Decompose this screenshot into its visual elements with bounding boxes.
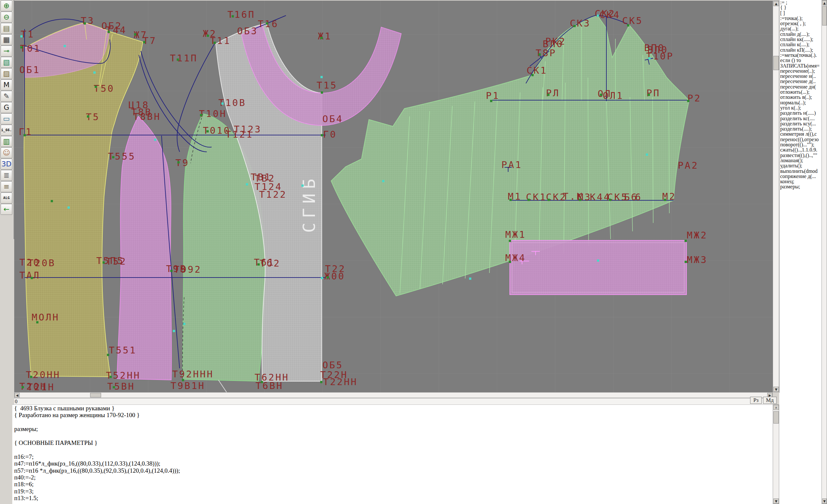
function-list-item[interactable]: размеры; — [780, 184, 822, 189]
panel-vscroll-thumb[interactable] — [822, 6, 827, 26]
canvas-hscrollbar[interactable]: ◀ ▶ — [14, 392, 773, 398]
models-m-button[interactable]: M — [1, 80, 12, 91]
function-list-item[interactable]: отложить в(..); — [780, 95, 822, 100]
code-line[interactable]: п47:=п16*л_фнк(рз_16,((80,0.33),(112,0.3… — [12, 460, 773, 467]
code-line[interactable]: п57:=п16 *л_фнк(рз_16,((80,0.35),(92,0.3… — [12, 467, 773, 474]
code-line[interactable]: { ОСНОВНЫЕ ПАРАМЕТРЫ } — [12, 439, 773, 446]
function-list-item[interactable]: пересечение н(.. — [780, 74, 822, 79]
scroll-up-button[interactable]: ∧ — [773, 405, 779, 410]
grading-g-button[interactable]: G — [1, 102, 12, 113]
grid-button[interactable]: ▦ — [1, 34, 12, 45]
function-list-item[interactable]: отложить(...); — [780, 90, 822, 95]
function-list-item[interactable]: сплайн кк(.....); — [780, 37, 822, 42]
function-list-item[interactable]: :=метка(точка(.). — [780, 53, 822, 58]
function-list-item[interactable]: сплайн кП(....); — [780, 48, 822, 53]
function-list-item[interactable]: пересечение д(.. — [780, 79, 822, 84]
function-list-item[interactable]: если () то — [780, 58, 822, 63]
threed-icon: 3D — [2, 161, 12, 168]
editor-vscrollbar[interactable]: ∧ ▼ — [773, 404, 779, 504]
function-list-item[interactable]: [ ] — [780, 11, 822, 16]
i66-button[interactable]: i_66. — [1, 125, 12, 136]
pattern-label: ОБ4 — [323, 113, 343, 124]
canvas-vscroll-thumb[interactable] — [773, 56, 779, 70]
function-list-item[interactable]: сопряжение д(... — [780, 174, 822, 179]
code-line[interactable]: { 4693 Блузка с пышными рукавами } — [12, 405, 773, 412]
drafting-tools-button[interactable]: ✎ — [1, 91, 12, 102]
portrait-button[interactable]: ☺ — [1, 147, 12, 158]
construction-point — [469, 278, 471, 280]
scroll-up-button[interactable]: ▲ — [822, 0, 827, 5]
md-button[interactable]: Мд — [763, 397, 777, 404]
code-line[interactable]: размеры; — [12, 425, 773, 432]
function-list-item[interactable]: симметрия л((),с — [780, 132, 822, 137]
function-list-item[interactable]: перенос((),отрезо — [780, 137, 822, 142]
zoom-in-button[interactable]: ⊕ — [1, 0, 12, 11]
code-line[interactable]: п19:=3; — [12, 488, 773, 495]
pattern-canvas[interactable]: СГИБ Т1Т01ОБ1Т3ОБ2Т44Ж7Т7Т50Т5Г1Т555Ц18Т… — [14, 1, 773, 392]
function-list-item[interactable]: разделить н(.....) — [780, 110, 822, 116]
ruler-button[interactable]: ▭ — [1, 113, 12, 124]
function-list-item[interactable]: ЗАПИСАТЬ(имя= — [780, 63, 822, 68]
piece-cuff-rect[interactable] — [510, 240, 686, 295]
models-m-icon: M — [4, 82, 10, 89]
scroll-up-button[interactable]: ▲ — [773, 1, 779, 6]
construction-point — [528, 199, 530, 201]
function-list-item[interactable]: отрезок( , ); — [780, 21, 822, 26]
function-list-item[interactable]: { } — [780, 5, 822, 10]
scroll-down-button[interactable]: ▼ — [773, 387, 779, 392]
alg-button[interactable]: ALG — [1, 193, 12, 204]
scroll-down-button[interactable]: ▼ — [773, 499, 779, 504]
code-line[interactable] — [12, 446, 773, 453]
code-line[interactable]: п40:=-2; — [12, 474, 773, 481]
pattern-label: Т122 — [259, 189, 287, 200]
image-page-button[interactable]: ▧ — [1, 57, 12, 68]
page-preview-button[interactable]: ▤ — [1, 23, 12, 34]
code-line[interactable] — [12, 419, 773, 425]
canvas-vscrollbar[interactable]: ▲ ▼ — [773, 1, 779, 392]
function-list-item[interactable]: пересечение(..); — [780, 68, 822, 74]
function-list-item[interactable]: разделить ксу(... — [780, 121, 822, 126]
function-list-item[interactable]: нормаль(..); — [780, 100, 822, 105]
function-list-item[interactable]: разделить кс(.... — [780, 116, 822, 121]
exit-button[interactable]: ← — [1, 204, 12, 215]
construction-point — [687, 100, 689, 102]
function-list-item[interactable]: пересечение дн( — [780, 84, 822, 90]
pattern-label: Т21Н — [27, 382, 55, 392]
canvas-hscroll-thumb[interactable] — [90, 393, 101, 397]
function-list-item[interactable]: выполнить(dmod — [780, 169, 822, 174]
measure-button[interactable]: ⊸ — [1, 46, 12, 56]
scroll-down-button[interactable]: ▼ — [822, 499, 827, 504]
construction-point — [321, 91, 323, 94]
function-list-item[interactable]: := ; — [780, 0, 822, 5]
program-editor[interactable]: { 4693 Блузка с пышными рукавами }{ Разр… — [12, 404, 773, 504]
function-list-item[interactable]: удалить(); — [780, 163, 822, 168]
doc-lines-button[interactable]: ≣ — [1, 170, 12, 181]
construction-point — [143, 41, 145, 43]
panel-vscrollbar[interactable]: ▲ ▼ — [822, 0, 827, 504]
scroll-left-button[interactable]: ◀ — [14, 393, 20, 397]
function-list-item[interactable]: угол к(..); — [780, 105, 822, 110]
zoom-out-button[interactable]: ⊖ — [1, 12, 12, 22]
pattern-sheet-button[interactable]: ▨ — [1, 68, 12, 79]
construction-point — [95, 86, 97, 88]
function-list-item[interactable]: развести((),()..,"" — [780, 153, 822, 158]
function-list-item[interactable]: конец; — [780, 179, 822, 184]
table-button[interactable]: ▥ — [1, 136, 12, 147]
rz-button[interactable]: Рз — [750, 397, 762, 404]
threed-button[interactable]: 3D — [1, 159, 12, 169]
function-list-item[interactable]: сплайн к(....); — [780, 42, 822, 47]
function-list-item[interactable]: :=точка(.); — [780, 16, 822, 21]
editor-vscroll-thumb[interactable] — [773, 411, 779, 423]
code-line[interactable] — [12, 433, 773, 439]
function-list-item[interactable]: разделить(....); — [780, 126, 822, 132]
function-list-item[interactable]: дуга(...); — [780, 26, 822, 31]
books-button[interactable]: ≡ — [1, 181, 12, 192]
code-line[interactable]: { Разработано на размер женщины 170-92-1… — [12, 412, 773, 418]
function-list-item[interactable]: ломаная(); — [780, 158, 822, 163]
code-line[interactable]: п13:=1.5; — [12, 495, 773, 501]
code-line[interactable]: п18:=6; — [12, 481, 773, 488]
function-list-item[interactable]: поворот(()...""); — [780, 142, 822, 147]
function-list-item[interactable]: сплайн д(....); — [780, 32, 822, 37]
function-list-item[interactable]: сжать(()..,1.1.0.9. — [780, 147, 822, 152]
code-line[interactable]: п16:=7; — [12, 453, 773, 460]
